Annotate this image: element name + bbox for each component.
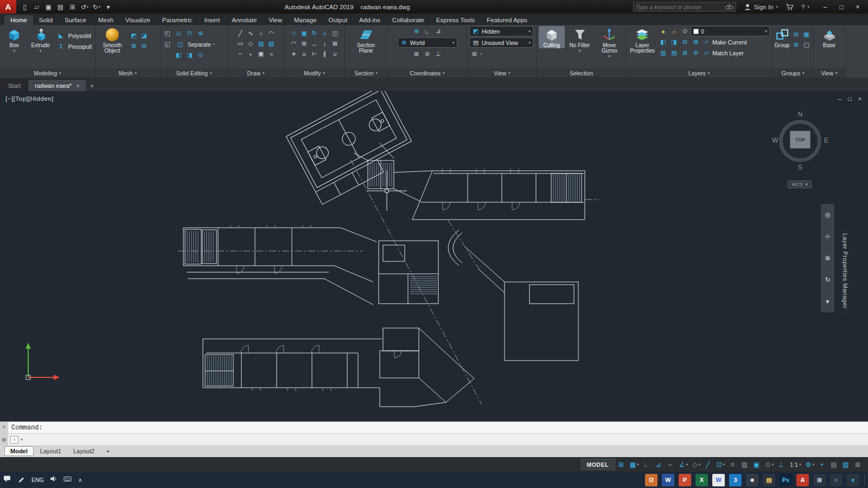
ucs-z-axis-icon[interactable]: ⊘ (422, 49, 432, 59)
make-current-button[interactable]: ✓ Make Current (701, 37, 749, 47)
ortho-mode-icon[interactable]: ⌐ (666, 459, 676, 470)
tab-express-tools[interactable]: Express Tools (430, 15, 481, 25)
show-hidden-icons-chevron[interactable]: ∧ (78, 477, 82, 484)
new-layout-button[interactable]: + (101, 447, 115, 455)
layout-tab-layout1[interactable]: Layout1 (35, 447, 67, 455)
erase-icon[interactable]: ⊠ (330, 38, 340, 49)
polysolid-button[interactable]: ◣ Polysolid (54, 30, 93, 41)
group-selection-icon[interactable]: ⊞ (791, 40, 801, 50)
taskbar-wps[interactable]: W (712, 474, 725, 486)
minimize-button[interactable]: – (817, 0, 833, 14)
separate-button[interactable]: ◫ Separate ▾ (174, 39, 219, 49)
panel-label-coordinates[interactable]: Coordinates▾ (387, 68, 467, 78)
tab-collaborate[interactable]: Collaborate (386, 15, 430, 25)
layer-isolate-icon[interactable]: ◧ (658, 37, 668, 47)
ungroup-icon[interactable]: ⊟ (791, 29, 801, 40)
layout-tab-layout2[interactable]: Layout2 (68, 447, 100, 455)
taskbar-word[interactable]: W (662, 474, 674, 486)
panel-label-modeling[interactable]: Modeling▾ (0, 68, 95, 78)
lineweight-icon[interactable]: ≡ (727, 459, 738, 470)
drawing-restore-button[interactable]: □ (848, 95, 852, 102)
layer-unisolate-icon[interactable]: ◨ (669, 37, 679, 47)
viewcube-south[interactable]: S (772, 164, 828, 171)
file-tab-start[interactable]: Start (1, 79, 28, 91)
group-bbox-icon[interactable]: ▢ (801, 40, 812, 50)
taskbar-snip[interactable]: ∗ (746, 474, 758, 486)
snap-mode-icon[interactable]: ▦▾ (628, 459, 641, 470)
join-icon[interactable]: ∪ (330, 49, 340, 59)
tab-parametric[interactable]: Parametric (156, 15, 199, 25)
extend-icon[interactable]: ⊢ (309, 49, 320, 59)
taskbar-taskview[interactable]: ⊞ (813, 474, 826, 486)
break-icon[interactable]: ∦ (320, 49, 330, 59)
3d-object-snap-icon[interactable]: ⊙▾ (763, 459, 775, 470)
panel-label-layers[interactable]: Layers▾ (626, 68, 772, 78)
new-file-icon[interactable]: ▯ (20, 2, 30, 12)
tab-insert[interactable]: Insert (198, 15, 226, 25)
tab-visualize[interactable]: Visualize (119, 15, 156, 25)
infer-constraints-icon[interactable]: ∟ (642, 459, 653, 470)
touch-keyboard-icon[interactable] (63, 475, 72, 485)
ucs-view-icon[interactable]: ⊥ (433, 49, 443, 59)
close-button[interactable]: × (850, 0, 866, 14)
subtract-icon[interactable]: ⊓ (184, 28, 195, 38)
spline-icon[interactable]: ∼ (235, 49, 246, 59)
panel-label-solid-editing[interactable]: Solid Editing▾ (161, 68, 227, 78)
viewport-view-control[interactable]: [Top] (14, 95, 28, 102)
language-indicator[interactable]: ENG (31, 477, 44, 483)
hatch-icon[interactable]: ▨ (256, 38, 266, 49)
presspull-button[interactable]: ↥ Presspull (54, 41, 93, 52)
mesh-edge-icon[interactable]: ◪ (139, 30, 149, 41)
isometric-drafting-icon[interactable]: ◇▾ (691, 459, 702, 470)
explode-icon[interactable]: ∗ (289, 49, 299, 59)
layer-on-icon[interactable]: ● (658, 26, 668, 36)
panel-label-selection[interactable]: Selection (537, 68, 626, 78)
recent-commands-caret-icon[interactable]: ▾ (21, 437, 23, 442)
panel-label-view-styles[interactable]: View▾ (468, 68, 537, 78)
taskbar-outlook[interactable]: O (645, 474, 658, 486)
grid-display-icon[interactable]: ⊞ (616, 459, 627, 470)
viewport-config-icon[interactable]: ⊞ (469, 49, 480, 59)
layer-states-icon[interactable]: ▤ (669, 48, 679, 58)
panel-label-groups[interactable]: Groups▾ (773, 68, 813, 78)
region-icon[interactable]: ▣ (256, 49, 266, 59)
solid-history-icon[interactable]: ◰ (162, 28, 173, 38)
orbit-icon[interactable]: ↻ (825, 276, 830, 284)
move-icon[interactable]: ⊹ (289, 28, 299, 38)
navbar-more-icon[interactable]: ▾ (826, 298, 829, 305)
line-icon[interactable]: ╱ (235, 28, 246, 38)
sign-in-button[interactable]: Sign In ▾ (744, 3, 778, 10)
trim-icon[interactable]: × (320, 28, 330, 38)
tab-output[interactable]: Output (323, 15, 354, 25)
transparency-icon[interactable]: ▨ (739, 459, 750, 470)
viewport-visual-style-control[interactable]: [Hidden] (28, 95, 54, 102)
layer-properties-palette-tab[interactable]: Layer Properties Manager (841, 228, 850, 314)
fillet-edge-icon[interactable]: ◧ (174, 50, 184, 60)
revision-cloud-icon[interactable]: ≈ (266, 49, 277, 59)
redo-icon[interactable]: ↻▾ (91, 2, 102, 12)
extract-edges-icon[interactable]: ⊙ (195, 50, 206, 60)
no-filter-button[interactable]: No Filter ▾ (566, 26, 594, 53)
named-view-dropdown[interactable]: ▤ Unsaved View ▾ (469, 37, 533, 48)
panel-label-view-create[interactable]: View▾ (814, 68, 845, 78)
taskbar-powerpoint[interactable]: P (679, 474, 691, 486)
tab-solid[interactable]: Solid (33, 15, 59, 25)
taskbar-photoshop[interactable]: Ps (780, 474, 792, 486)
gradient-icon[interactable]: ▧ (266, 38, 277, 49)
offset-icon[interactable]: ≡ (299, 49, 309, 59)
panel-label-mesh[interactable]: Mesh▾ (95, 68, 160, 78)
ucs-face-icon[interactable]: ⊿ (433, 26, 443, 36)
model-space-toggle[interactable]: MODEL (581, 459, 615, 470)
move-gizmo-button[interactable]: Move Gizmo ▾ (595, 26, 624, 59)
taskbar-search[interactable]: ○ (830, 474, 843, 486)
wcs-menu[interactable]: WCS▾ (788, 181, 812, 188)
rotate-icon[interactable]: ↻ (309, 28, 320, 38)
help-menu[interactable]: ? ▾ (801, 4, 809, 10)
rectangle-icon[interactable]: ▭ (235, 38, 246, 49)
maximize-button[interactable]: □ (833, 0, 850, 14)
command-input-line[interactable]: › ▾ (8, 434, 868, 445)
section-plane-button[interactable]: Section Plane (351, 26, 381, 54)
layer-properties-button[interactable]: Layer Properties (628, 26, 657, 54)
union-icon[interactable]: ⊔ (174, 28, 184, 38)
annotation-scale[interactable]: 1:1▾ (788, 459, 803, 470)
